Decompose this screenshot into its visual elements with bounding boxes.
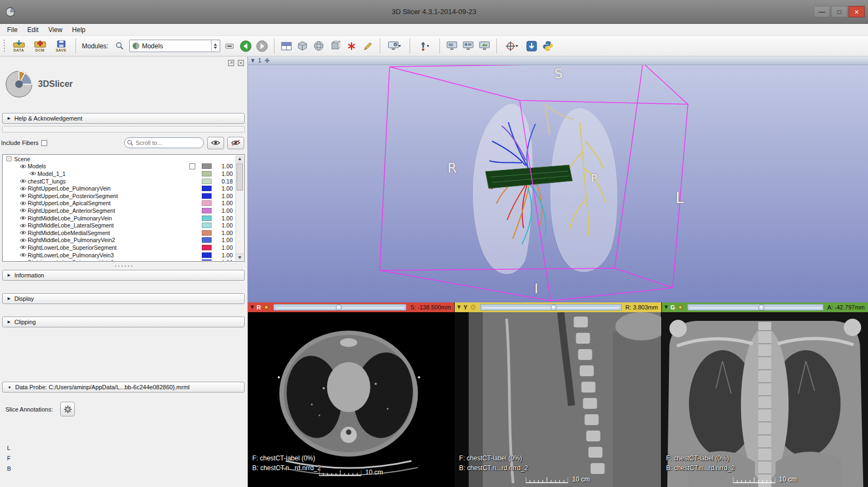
- visibility-eye-icon[interactable]: [20, 179, 28, 184]
- visibility-eye-icon[interactable]: [20, 252, 28, 257]
- tree-row[interactable]: RightLowerLobe_PulmonaryVein2 1.00: [3, 258, 235, 261]
- data-probe-section[interactable]: ▼ Data Probe: C:/Users/aminp/AppData/L..…: [2, 382, 245, 393]
- information-section[interactable]: ▶ Information: [2, 270, 245, 281]
- red-slice-controller[interactable]: R S: -138.500mm: [248, 302, 454, 312]
- visibility-eye-icon[interactable]: [20, 193, 28, 198]
- visibility-eye-icon[interactable]: [20, 223, 28, 228]
- model-checkbox[interactable]: [189, 163, 195, 169]
- visibility-eye-icon[interactable]: [20, 208, 28, 213]
- fiducial-button[interactable]: [344, 39, 359, 53]
- tree-row[interactable]: RightLowerLobe_SuperiorSegment 1.00: [3, 244, 235, 251]
- close-button[interactable]: ×: [848, 6, 865, 17]
- scroll-to-input[interactable]: [124, 137, 204, 148]
- visibility-eye-icon[interactable]: [20, 230, 28, 235]
- pin-icon[interactable]: [251, 59, 255, 63]
- screenshot-layout-button[interactable]: ▼: [385, 39, 405, 53]
- module-search-button[interactable]: [113, 39, 127, 53]
- slider-thumb[interactable]: [336, 305, 342, 311]
- visibility-eye-icon[interactable]: [20, 216, 28, 220]
- maximize-button[interactable]: □: [831, 6, 847, 17]
- tree-row[interactable]: RightMiddleLobe_LateralSegment 1.00: [3, 222, 235, 229]
- volume-cube-button[interactable]: [328, 39, 342, 53]
- model-color-swatch[interactable]: [202, 230, 212, 236]
- extensions-manager-button[interactable]: [525, 39, 539, 53]
- model-color-swatch[interactable]: [202, 237, 212, 243]
- brightness-sun-icon[interactable]: [470, 304, 476, 311]
- module-history-button[interactable]: [222, 39, 237, 53]
- load-data-button[interactable]: DATA: [9, 37, 28, 55]
- visibility-eye-icon[interactable]: [20, 260, 28, 261]
- expander-icon[interactable]: -: [7, 156, 11, 161]
- scroll-up-button[interactable]: [236, 155, 244, 162]
- threed-cube-button[interactable]: [296, 39, 310, 53]
- red-slice-view-axial[interactable]: F: chestCT-label (0%) B: chestCT.n...rd.…: [248, 312, 454, 487]
- tree-row[interactable]: RightUpperLobe_ApicalSegment 1.00: [3, 200, 235, 207]
- crosshair-button[interactable]: ▼: [502, 39, 522, 53]
- help-acknowledgement-section[interactable]: ▶ Help & Acknowledgement: [2, 113, 245, 124]
- minimize-button[interactable]: —: [814, 6, 830, 17]
- python-console-button[interactable]: [541, 39, 555, 53]
- panel-splitter[interactable]: [2, 264, 245, 268]
- menu-file[interactable]: File: [2, 25, 22, 35]
- layout-selector-button[interactable]: [279, 39, 293, 53]
- slice-offset-slider[interactable]: [273, 304, 406, 311]
- display-section[interactable]: ▶ Display: [2, 293, 245, 304]
- visibility-eye-icon[interactable]: [20, 201, 28, 206]
- clipping-section[interactable]: ▶ Clipping: [2, 317, 245, 327]
- sphere-view-button[interactable]: [312, 39, 326, 53]
- dicom-button[interactable]: DCM: [30, 37, 49, 55]
- scrollbar-thumb[interactable]: [237, 163, 243, 191]
- model-color-swatch[interactable]: [202, 260, 212, 261]
- menu-edit[interactable]: Edit: [22, 25, 43, 35]
- scene-view-restore-button[interactable]: [477, 39, 492, 53]
- pin-icon[interactable]: [457, 305, 461, 309]
- visibility-eye-icon[interactable]: [20, 164, 28, 169]
- tree-row[interactable]: RightUpperLobe_PulmonaryVein 1.00: [3, 185, 235, 192]
- include-fibers-checkbox[interactable]: [41, 140, 47, 146]
- tree-scrollbar[interactable]: [235, 155, 244, 261]
- model-color-swatch[interactable]: [202, 223, 212, 228]
- green-slice-controller[interactable]: G A: -42.797mm: [662, 302, 868, 312]
- tree-row[interactable]: Model_1_1 1.00: [3, 170, 235, 178]
- tree-row[interactable]: chestCT_lungs 0.18: [3, 178, 235, 185]
- yellow-slice-view-sagittal[interactable]: F: chestCT-label (0%) B: chestCT.n...rd.…: [455, 312, 661, 487]
- slice-offset-slider[interactable]: [687, 304, 824, 311]
- slice-offset-slider[interactable]: [480, 304, 622, 311]
- tree-row[interactable]: Models 1.00: [3, 163, 235, 170]
- model-hierarchy-tree[interactable]: - Scene Models: [2, 154, 245, 262]
- model-color-swatch[interactable]: [202, 208, 212, 213]
- model-color-swatch[interactable]: [202, 216, 212, 221]
- model-color-swatch[interactable]: [202, 193, 212, 199]
- slice-annotations-settings-button[interactable]: [60, 402, 75, 416]
- model-color-swatch[interactable]: [202, 245, 212, 250]
- hide-all-models-button[interactable]: [227, 137, 244, 149]
- interaction-mode-button[interactable]: ▼: [415, 39, 435, 53]
- module-back-button[interactable]: [239, 39, 253, 53]
- menu-view[interactable]: View: [43, 25, 67, 35]
- visibility-eye-icon[interactable]: [20, 245, 28, 250]
- panel-undock-button[interactable]: [227, 59, 235, 66]
- scroll-down-button[interactable]: [236, 254, 244, 261]
- visibility-eye-icon[interactable]: [20, 238, 28, 243]
- panel-close-button[interactable]: [237, 59, 245, 66]
- tree-row[interactable]: RightMiddleLobe_PulmonaryVein 1.00: [3, 214, 235, 222]
- model-color-swatch[interactable]: [202, 179, 212, 184]
- tree-root-row[interactable]: - Scene: [3, 155, 235, 163]
- slider-thumb[interactable]: [551, 305, 557, 311]
- brightness-sun-icon[interactable]: [263, 304, 270, 311]
- screen-capture-button[interactable]: [445, 39, 459, 53]
- model-color-swatch[interactable]: [202, 171, 212, 176]
- tree-row[interactable]: RightMiddleLobe_PulmonaryVein2 1.00: [3, 237, 235, 244]
- show-all-models-button[interactable]: [207, 137, 224, 149]
- titlebar[interactable]: 3D Slicer 4.3.1-2014-09-23 — □ ×: [0, 0, 868, 24]
- tree-row[interactable]: RightLowerLobe_PulmonaryVein3 1.00: [3, 251, 235, 259]
- model-color-swatch[interactable]: [202, 200, 212, 206]
- module-selector-combobox[interactable]: Models: [129, 40, 220, 52]
- menu-help[interactable]: Help: [67, 25, 91, 35]
- tree-row[interactable]: RightUpperLobe_AnteriorSegment 1.00: [3, 207, 235, 214]
- model-color-swatch[interactable]: [202, 163, 212, 169]
- module-combo-spinner[interactable]: [211, 40, 220, 52]
- brightness-sun-icon[interactable]: [677, 304, 684, 311]
- yellow-slice-controller[interactable]: Y R: 3.803mm: [455, 302, 661, 312]
- model-color-swatch[interactable]: [202, 252, 212, 258]
